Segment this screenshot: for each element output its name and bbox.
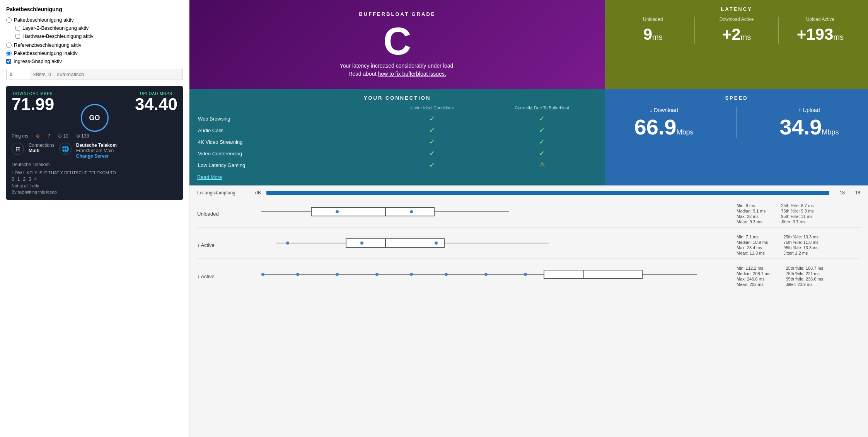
speed-divider [736, 107, 737, 138]
conn-row-current: ⚠ [488, 160, 597, 170]
option-hardware[interactable]: Hardware-Beschleunigung aktiv [15, 33, 183, 39]
bp-box [311, 207, 435, 216]
checkbox-hardware[interactable] [15, 34, 20, 39]
conn-th-empty [198, 105, 377, 112]
leitungsdaempfung-row: Leitungsdämpfung dB 18 18 [197, 190, 860, 196]
checkbox-layer2[interactable] [15, 26, 20, 31]
sp-upload-label: ↑ Upload [779, 107, 839, 113]
stat-item: Min: 8 ms [737, 203, 766, 208]
speed-widget: DOWNLOAD Mbps 71.99 GO UPLOAD Mbps 34.40… [6, 86, 183, 200]
chart-area [237, 267, 732, 286]
bar-value: 18 [833, 190, 845, 196]
bp-median [385, 207, 386, 216]
bufferbloat-link[interactable]: how to fix bufferbloat issues. [378, 71, 446, 77]
stat-item: 25th %ile: 188.7 ms [786, 266, 823, 270]
conn-row-current: ✓ [488, 148, 597, 159]
survey-4[interactable]: 4 [34, 177, 37, 182]
speed-header-row: DOWNLOAD Mbps 71.99 GO UPLOAD Mbps 34.40 [12, 92, 177, 132]
bufferbloat-link-text: Read about how to fix bufferbloat issues… [348, 70, 446, 78]
conn-row-ideal: ✓ [377, 125, 486, 136]
stat-item: 75th %ile: 9.3 ms [781, 209, 813, 213]
bitrate-input[interactable] [7, 69, 30, 80]
bar-label: Leitungsdämpfung [197, 190, 251, 196]
latency-title: LATENCY [721, 6, 752, 12]
table-row: Web Browsing ✓ ✓ [198, 113, 597, 124]
survey-options: 0 1 2 3 4 [12, 177, 177, 182]
change-server-link[interactable]: Change Server [76, 153, 117, 159]
survey-0[interactable]: 0 [12, 177, 14, 182]
boxplot [237, 267, 732, 282]
chart-label: Unloaded [197, 211, 232, 217]
stat-item: 95th %ile: 13.3 ms [783, 245, 819, 250]
survey-3[interactable]: 3 [29, 177, 31, 182]
connections-info: Connections Multi [29, 143, 55, 153]
stat-col-1: Min: 112.2 msMedian: 208.1 msMax: 240.6 … [737, 266, 770, 287]
connection-card: YOUR CONNECTION Under Ideal Conditions C… [189, 89, 605, 185]
sp-download: ↓ Download 66.9Mbps [634, 107, 693, 138]
option-paket-inaktiv[interactable]: Paketbeschleunigung inaktiv [6, 50, 183, 56]
stat-item: Mean: 11.3 ms [737, 251, 768, 255]
survey-2[interactable]: 2 [23, 177, 26, 182]
stat-item: Median: 208.1 ms [737, 271, 770, 276]
stat-col-2: 25th %ile: 188.7 ms75th %ile: 221 ms95th… [786, 266, 823, 287]
download-col: DOWNLOAD Mbps 71.99 [12, 92, 54, 113]
sp-download-value: 66.9Mbps [634, 116, 693, 138]
lat-value-2: +193ms [783, 25, 858, 44]
radio-paket-inaktiv[interactable] [6, 51, 12, 56]
option-paket-aktiv[interactable]: Paketbeschleunigung aktiv [6, 17, 183, 23]
stat-item: Max: 22 ms [737, 214, 766, 219]
stats-right: Min: 112.2 msMedian: 208.1 msMax: 240.6 … [737, 266, 860, 287]
conn-row-label: Low Latency Gaming [198, 160, 377, 170]
conn-th-current: Currently, Due To Bufferbloat [488, 105, 597, 112]
ping-icon: ⊕ [36, 133, 40, 139]
stat-col-1: Min: 7.1 msMedian: 10.9 msMax: 28.4 msMe… [737, 235, 768, 255]
stat-item: Min: 7.1 ms [737, 235, 768, 239]
chart-section: Unloaded Min: 8 msMedian: 9.1 msMax: 22 … [197, 200, 860, 290]
radio-referenz[interactable] [6, 43, 12, 48]
stat-item: Mean: 202 ms [737, 282, 770, 287]
conn-row-label: Audio Calls [198, 125, 377, 136]
isp-label: Deutsche Telekom [12, 162, 177, 167]
conn-row-ideal: ✓ [377, 136, 486, 147]
table-row: Audio Calls ✓ ✓ [198, 125, 597, 136]
upload-value: 34.40 [135, 96, 177, 113]
stat-item: Jitter: 1.2 ms [783, 251, 819, 255]
survey-1[interactable]: 1 [17, 177, 20, 182]
option-layer2[interactable]: Layer-2-Beschleunigung aktiv [15, 25, 183, 31]
conn-row-current: ✓ [488, 113, 597, 124]
connections-icon: ⊞ [12, 143, 24, 155]
not-likely-label: Not at all likely [12, 184, 177, 188]
sp-download-label: ↓ Download [634, 107, 693, 113]
stat-item: 25th %ile: 8.7 ms [781, 203, 813, 208]
info-row: ⊞ Connections Multi 🌐 Deutsche Telekom F… [12, 143, 177, 159]
bufferbloat-title: BUFFERBLOAT GRADE [359, 11, 435, 17]
right-panel: BUFFERBLOAT GRADE C Your latency increas… [189, 0, 868, 437]
checkbox-ingress[interactable] [6, 59, 11, 64]
stat-item: Max: 28.4 ms [737, 245, 768, 250]
conn-row-ideal: ✓ [377, 113, 486, 124]
option-referenz[interactable]: Referenzbeschleunigung aktiv [6, 42, 183, 48]
conn-row-label: Web Browsing [198, 113, 377, 124]
option-ingress[interactable]: Ingress-Shaping aktiv [6, 58, 183, 64]
panel-title: Paketbeschleunigung [6, 6, 183, 12]
table-row: Video Conferencing ✓ ✓ [198, 148, 597, 159]
lat-label-2: Upload Active [783, 17, 858, 22]
lat-unloaded: Unloaded 9ms [611, 17, 695, 44]
boxplot [237, 235, 732, 251]
go-button-container[interactable]: GO [81, 101, 109, 132]
chart-row: ↓ Active Min: 7.1 msMedian: 10.9 msMax: … [197, 231, 860, 259]
stat-col-2: 25th %ile: 10.3 ms75th %ile: 11.8 ms95th… [783, 235, 819, 255]
radio-paket-aktiv[interactable] [6, 17, 12, 23]
chart-area [237, 204, 732, 223]
stat-col-1: Min: 8 msMedian: 9.1 msMax: 22 msMean: 9… [737, 203, 766, 224]
stat-item: 75th %ile: 11.8 ms [783, 240, 819, 245]
go-button[interactable]: GO [81, 104, 109, 132]
stat-item: Jitter: 0.7 ms [781, 219, 813, 224]
bp-box [544, 270, 643, 279]
read-more-link[interactable]: Read More [197, 174, 222, 180]
bar-max: 18 [849, 190, 860, 196]
server-info: Deutsche Telekom Frankfurt am Main Chang… [76, 143, 117, 159]
chart-label: ↑ Active [197, 274, 232, 279]
bottom-area: Leitungsdämpfung dB 18 18 Unloaded Min: … [189, 185, 868, 437]
stat-item: Median: 9.1 ms [737, 209, 766, 213]
